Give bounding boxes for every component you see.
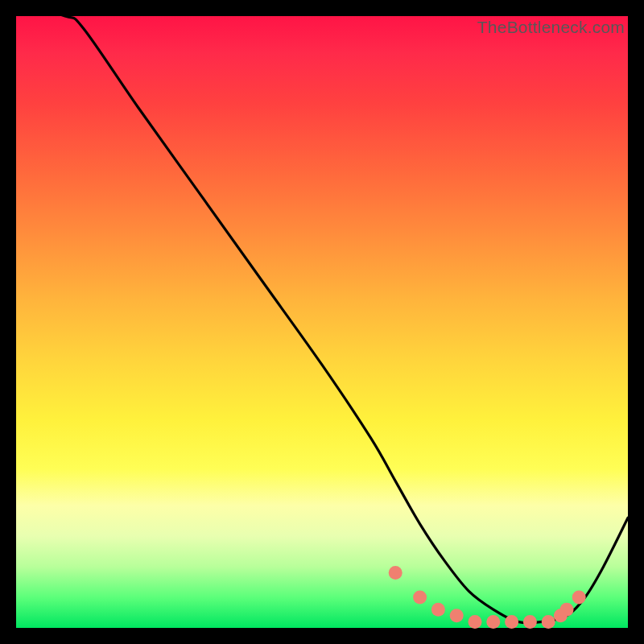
- curve-marker: [450, 609, 464, 622]
- curve-marker: [486, 615, 500, 629]
- curve-marker: [560, 603, 574, 617]
- chart-frame: TheBottleneck.com: [0, 0, 644, 644]
- curve-marker: [542, 615, 555, 629]
- curve-marker: [572, 591, 586, 605]
- bottleneck-curve: [16, 4, 628, 623]
- plot-area: TheBottleneck.com: [16, 16, 628, 628]
- curve-marker: [389, 566, 402, 580]
- curve-marker: [523, 615, 537, 629]
- curve-marker: [505, 615, 518, 629]
- marker-group: [389, 566, 586, 629]
- curve-marker: [413, 591, 427, 605]
- curve-marker: [469, 615, 482, 629]
- chart-overlay: [16, 16, 628, 628]
- curve-marker: [431, 603, 445, 617]
